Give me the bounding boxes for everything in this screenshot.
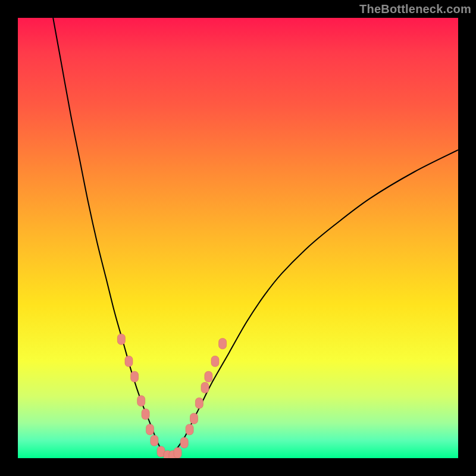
chart-svg: [18, 18, 458, 458]
watermark-text: TheBottleneck.com: [359, 2, 471, 16]
data-marker: [205, 371, 212, 382]
data-marker: [186, 424, 193, 435]
data-marker: [211, 356, 219, 367]
data-marker: [117, 334, 125, 345]
data-marker: [201, 383, 209, 393]
data-marker: [180, 437, 188, 448]
data-marker: [151, 435, 158, 446]
chart-frame: TheBottleneck.com: [0, 0, 476, 476]
plot-area: [18, 18, 458, 458]
data-marker: [137, 396, 145, 406]
marker-group: [117, 334, 226, 458]
curve-group: [53, 18, 458, 458]
data-marker: [219, 339, 227, 349]
data-marker: [131, 371, 139, 382]
data-marker: [174, 447, 181, 458]
curve-left-curve: [53, 18, 167, 458]
curve-right-curve: [168, 150, 458, 458]
data-marker: [125, 356, 133, 367]
data-marker: [190, 413, 198, 424]
data-marker: [195, 398, 203, 409]
data-marker: [142, 409, 149, 419]
data-marker: [146, 424, 154, 435]
